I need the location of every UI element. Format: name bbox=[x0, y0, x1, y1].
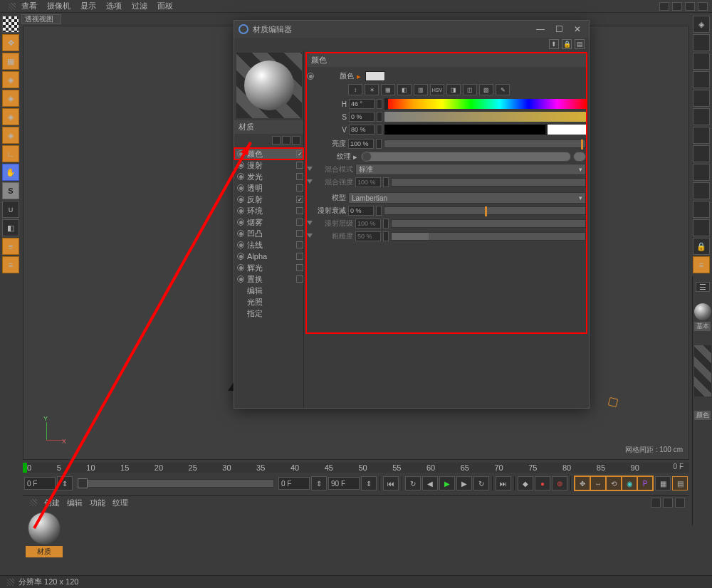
rtool-9[interactable] bbox=[693, 182, 710, 199]
rtool-6[interactable] bbox=[693, 127, 710, 144]
channel-颜色[interactable]: 颜色 bbox=[234, 148, 303, 159]
channel-checkbox[interactable] bbox=[296, 219, 303, 226]
preview-swatch[interactable] bbox=[236, 53, 302, 118]
tool-checker[interactable] bbox=[2, 16, 19, 33]
channel-法线[interactable]: 法线 bbox=[234, 239, 303, 251]
mode-icon-8[interactable]: ▧ bbox=[479, 84, 493, 95]
rtool-11[interactable] bbox=[693, 219, 710, 236]
sat-spinner[interactable] bbox=[377, 112, 382, 122]
key-rot-button[interactable]: ⟲ bbox=[606, 476, 622, 490]
brightness-slider[interactable] bbox=[384, 140, 586, 148]
frame-start2[interactable]: 0 F bbox=[278, 477, 310, 490]
channel-sub-编辑[interactable]: 编辑 bbox=[234, 285, 303, 296]
frame-start[interactable]: 0 F bbox=[24, 477, 56, 490]
model-dropdown[interactable]: Lambertian bbox=[348, 192, 586, 204]
chtab-2[interactable] bbox=[282, 136, 290, 145]
channel-漫射[interactable]: 漫射 bbox=[234, 159, 303, 171]
mode-icon-2[interactable]: ☀ bbox=[365, 84, 379, 95]
channel-checkbox[interactable] bbox=[296, 230, 303, 237]
brightness-spinner[interactable] bbox=[376, 139, 382, 149]
tool-angle[interactable]: ∟ bbox=[2, 145, 19, 162]
brightness-value[interactable]: 100 % bbox=[348, 139, 374, 149]
falloff-slider[interactable] bbox=[384, 206, 586, 215]
rtool-5[interactable] bbox=[693, 108, 710, 125]
prev-frame-button[interactable]: ◀ bbox=[422, 476, 438, 490]
hue-value[interactable]: 46 ° bbox=[349, 99, 375, 109]
channel-radio[interactable] bbox=[237, 173, 244, 180]
menu-camera[interactable]: 摄像机 bbox=[43, 1, 75, 11]
channel-checkbox[interactable] bbox=[296, 207, 303, 214]
chtab-1[interactable] bbox=[272, 136, 281, 145]
close-button[interactable]: ✕ bbox=[570, 23, 585, 36]
spinner-up3[interactable]: ⇕ bbox=[361, 476, 377, 490]
channel-checkbox[interactable] bbox=[296, 150, 303, 157]
channel-checkbox[interactable] bbox=[296, 264, 303, 271]
mm-tab-create[interactable]: 创建 bbox=[44, 498, 60, 508]
viewport-label[interactable]: 透视视图 bbox=[21, 14, 61, 24]
rtool-7[interactable] bbox=[693, 145, 710, 162]
mode-icon-1[interactable]: ↕ bbox=[348, 84, 362, 95]
layout-icon-3[interactable] bbox=[685, 2, 695, 11]
rtool-lock[interactable]: 🔒 bbox=[693, 238, 710, 255]
layout-icon-4[interactable] bbox=[698, 2, 708, 11]
channel-Alpha[interactable]: Alpha bbox=[234, 251, 303, 262]
channel-发光[interactable]: 发光 bbox=[234, 171, 303, 182]
record-button[interactable]: ● bbox=[535, 476, 550, 490]
menu-options[interactable]: 选项 bbox=[102, 1, 126, 11]
menu-filter[interactable]: 过滤 bbox=[127, 1, 152, 11]
spinner-up2[interactable]: ⇕ bbox=[311, 476, 327, 490]
material-name-label[interactable]: 材质 bbox=[234, 120, 303, 134]
rtool-3[interactable] bbox=[693, 71, 710, 88]
new-icon[interactable]: ▤ bbox=[575, 39, 585, 49]
mm-tab-tex[interactable]: 纹理 bbox=[112, 498, 128, 508]
channel-置换[interactable]: 置换 bbox=[234, 273, 303, 285]
channel-sub-指定[interactable]: 指定 bbox=[234, 308, 303, 319]
minimize-button[interactable]: — bbox=[533, 23, 548, 36]
channel-透明[interactable]: 透明 bbox=[234, 182, 303, 194]
layout-icon-1[interactable] bbox=[659, 2, 669, 11]
mm-icon-2[interactable] bbox=[663, 498, 673, 508]
channel-checkbox[interactable] bbox=[296, 253, 303, 260]
channel-checkbox[interactable] bbox=[296, 173, 303, 180]
spinner-up1[interactable]: ⇕ bbox=[57, 476, 73, 490]
channel-反射[interactable]: 反射 bbox=[234, 194, 303, 205]
axis-handle[interactable] bbox=[608, 397, 619, 408]
tool-layers2[interactable]: ≡ bbox=[2, 256, 19, 273]
tool-crosshair[interactable]: ✥ bbox=[2, 34, 19, 51]
hue-slider[interactable] bbox=[384, 99, 586, 109]
autokey-button[interactable]: ⊚ bbox=[552, 476, 567, 490]
record-frame-button[interactable]: ◆ bbox=[518, 476, 533, 490]
rtool-layers[interactable]: ≡ bbox=[693, 256, 710, 273]
range-knob[interactable] bbox=[78, 478, 88, 488]
rtool-4[interactable] bbox=[693, 90, 710, 107]
channel-radio[interactable] bbox=[237, 264, 244, 271]
channel-checkbox[interactable] bbox=[296, 241, 303, 248]
channel-凹凸[interactable]: 凹凸 bbox=[234, 228, 303, 239]
channel-radio[interactable] bbox=[237, 241, 244, 248]
rp-tab-color[interactable]: 颜色 bbox=[694, 411, 711, 420]
channel-sub-光照[interactable]: 光照 bbox=[234, 296, 303, 308]
tool-magnet[interactable]: ∪ bbox=[2, 201, 19, 218]
loop2-button[interactable]: ↻ bbox=[473, 476, 489, 490]
tool-cube1[interactable]: ◈ bbox=[2, 71, 19, 88]
val-value[interactable]: 80 % bbox=[349, 125, 375, 135]
hue-spinner[interactable] bbox=[377, 99, 382, 109]
key-scale-button[interactable]: ↔ bbox=[590, 476, 606, 490]
pin-icon[interactable]: ⬆ bbox=[549, 39, 559, 49]
range-slider[interactable] bbox=[77, 479, 274, 488]
chtab-3[interactable] bbox=[292, 136, 300, 145]
rp-tab-basic[interactable]: 基本 bbox=[694, 322, 711, 331]
mm-icon-3[interactable] bbox=[675, 498, 685, 508]
tool-mouse[interactable]: ✋ bbox=[2, 164, 19, 181]
mm-icon-1[interactable] bbox=[651, 498, 661, 508]
tool-cube4[interactable]: ◈ bbox=[2, 127, 19, 144]
sat-slider[interactable] bbox=[384, 112, 586, 122]
color-swatch[interactable] bbox=[365, 71, 385, 81]
color-enable-radio[interactable] bbox=[307, 73, 314, 80]
channel-checkbox[interactable] bbox=[296, 162, 303, 169]
rtool-cube[interactable]: ◈ bbox=[693, 16, 710, 33]
tool-grid[interactable]: ▦ bbox=[2, 53, 19, 70]
blendmode-dropdown[interactable]: 标准 bbox=[355, 164, 586, 175]
lock-icon[interactable]: 🔒 bbox=[562, 39, 572, 49]
channel-radio[interactable] bbox=[237, 253, 244, 260]
